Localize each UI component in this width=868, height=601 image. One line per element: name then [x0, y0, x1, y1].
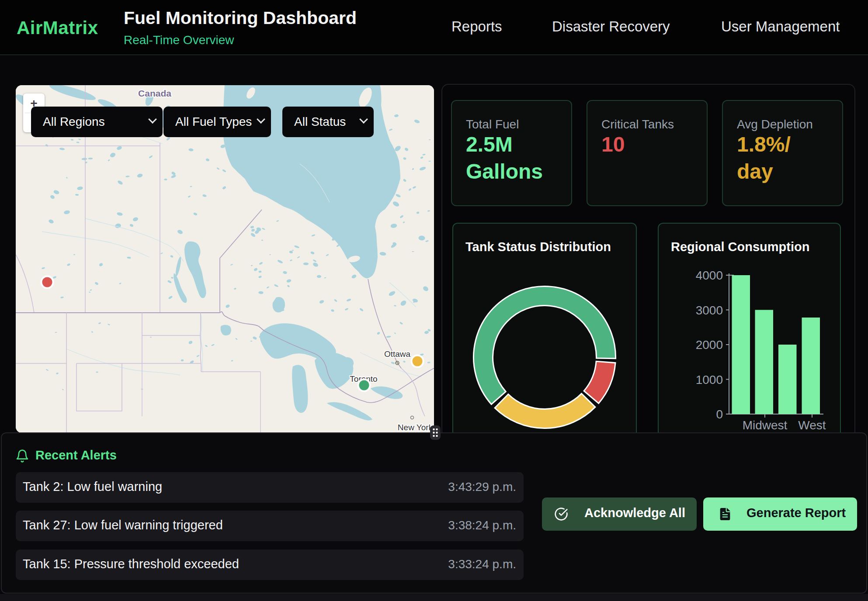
- svg-text:West: West: [798, 418, 826, 432]
- svg-text:2000: 2000: [696, 338, 723, 352]
- svg-text:Midwest: Midwest: [743, 418, 788, 432]
- svg-text:New York: New York: [398, 423, 433, 432]
- svg-text:Ottawa: Ottawa: [384, 349, 411, 359]
- svg-text:4000: 4000: [696, 269, 723, 282]
- svg-text:Canada: Canada: [138, 88, 171, 98]
- svg-text:3000: 3000: [696, 304, 723, 317]
- svg-text:1000: 1000: [696, 373, 723, 387]
- svg-text:0: 0: [716, 408, 723, 421]
